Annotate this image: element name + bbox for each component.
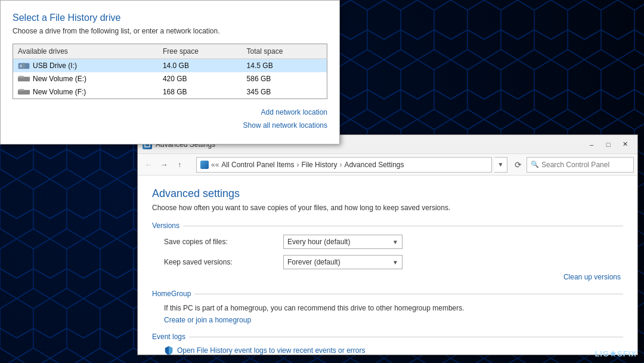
table-row[interactable]: USB Drive (I:)14.0 GB14.5 GB [13, 59, 327, 73]
drive-cell: USB Drive (I:) [13, 59, 158, 72]
keep-versions-label: Keep saved versions: [164, 258, 283, 266]
search-icon: 🔍 [531, 161, 539, 168]
close-button[interactable]: ✕ [617, 139, 633, 150]
event-logs-section-header: Event logs [152, 333, 623, 341]
svg-rect-5 [18, 90, 30, 94]
save-copies-arrow: ▼ [392, 239, 398, 245]
col-header-drives: Available drives [13, 44, 158, 59]
usb-drive-icon [18, 61, 30, 70]
nav-bar: ← → ↑ «« All Control Panel Items › File … [138, 154, 637, 176]
up-button[interactable]: ↑ [172, 158, 187, 172]
homegroup-link[interactable]: Create or join a homegroup [152, 316, 623, 324]
settings-subtitle: Choose how often you want to save copies… [152, 204, 623, 212]
network-links: Add network location Show all network lo… [13, 106, 327, 132]
breadcrumb-bar: «« All Control Panel Items › File Histor… [196, 157, 492, 173]
breadcrumb-sep-2: › [339, 161, 342, 169]
svg-rect-3 [18, 77, 30, 81]
watermark: LIG★SFIX [595, 349, 637, 358]
svg-rect-1 [20, 64, 22, 67]
keep-versions-arrow: ▼ [392, 259, 398, 266]
drive-name: New Volume (E:) [33, 75, 86, 83]
homegroup-section-header: HomeGroup [152, 290, 623, 298]
show-all-link[interactable]: Show all network locations [13, 119, 327, 133]
breadcrumb-icon [200, 161, 209, 169]
save-copies-label: Save copies of files: [164, 238, 283, 246]
free-space-cell: 420 GB [158, 72, 242, 85]
back-button[interactable]: ← [141, 158, 156, 172]
total-space-cell: 14.5 GB [242, 59, 327, 73]
svg-rect-6 [18, 89, 24, 91]
cleanup-link[interactable]: Clean up versions [564, 273, 621, 281]
free-space-cell: 14.0 GB [158, 59, 242, 73]
keep-versions-dropdown[interactable]: Forever (default) ▼ [283, 255, 402, 269]
add-network-link[interactable]: Add network location [13, 106, 327, 119]
svg-rect-4 [18, 76, 24, 78]
drive-name: USB Drive (I:) [33, 61, 77, 70]
free-space-cell: 168 GB [158, 85, 242, 99]
window-controls: – □ ✕ [584, 139, 633, 150]
event-logs-line [189, 337, 623, 337]
homegroup-text: If this PC is part of a homegroup, you c… [152, 303, 623, 313]
save-copies-value: Every hour (default) [287, 238, 350, 246]
forward-button[interactable]: → [157, 158, 171, 172]
table-row[interactable]: New Volume (E:)420 GB586 GB [13, 72, 327, 85]
search-input[interactable] [541, 161, 630, 169]
watermark-text: LIG★SFIX [595, 349, 637, 358]
versions-section-header: Versions [152, 222, 623, 230]
advanced-settings-window: Advanced Settings – □ ✕ ← → ↑ «« All Con… [137, 134, 638, 355]
total-space-cell: 345 GB [242, 85, 327, 99]
maximize-button[interactable]: □ [600, 139, 616, 150]
event-logs-label: Event logs [152, 333, 185, 341]
breadcrumb-current: Advanced Settings [344, 161, 404, 169]
drives-table: Available drives Free space Total space … [13, 44, 327, 99]
breadcrumb-control-panel[interactable]: All Control Panel Items [221, 161, 294, 169]
col-header-total: Total space [242, 44, 327, 59]
svg-rect-2 [23, 63, 24, 69]
breadcrumb-dropdown[interactable]: ▼ [494, 157, 507, 173]
refresh-button[interactable]: ⟳ [511, 158, 525, 172]
breadcrumb-file-history[interactable]: File History [301, 161, 337, 169]
window-content: Advanced settings Choose how often you w… [138, 176, 637, 355]
breadcrumb-sep-1: › [296, 161, 299, 169]
save-copies-dropdown[interactable]: Every hour (default) ▼ [283, 235, 402, 249]
settings-title: Advanced settings [152, 187, 623, 200]
event-logs-link[interactable]: Open File History event logs to view rec… [177, 346, 365, 355]
drive-cell: New Volume (F:) [13, 85, 158, 99]
cleanup-row: Clean up versions [152, 273, 623, 281]
versions-label: Versions [152, 222, 179, 230]
drive-cell: New Volume (E:) [13, 72, 158, 85]
col-header-free: Free space [158, 44, 242, 59]
keep-versions-value: Forever (default) [287, 258, 340, 266]
total-space-cell: 586 GB [242, 72, 327, 85]
save-copies-row: Save copies of files: Every hour (defaul… [152, 235, 623, 249]
dialog-subtitle: Choose a drive from the following list, … [13, 27, 327, 35]
dialog-title: Select a File History drive [13, 13, 327, 23]
volume-icon [18, 75, 30, 83]
shield-icon [164, 346, 174, 355]
versions-line [183, 226, 623, 226]
volume-icon [18, 88, 30, 96]
file-history-dialog: Select a File History drive Choose a dri… [0, 0, 340, 144]
homegroup-label: HomeGroup [152, 290, 191, 298]
minimize-button[interactable]: – [584, 139, 599, 150]
search-box: 🔍 [527, 157, 634, 173]
homegroup-line [194, 294, 623, 294]
drive-name: New Volume (F:) [33, 88, 86, 96]
keep-versions-row: Keep saved versions: Forever (default) ▼ [152, 255, 623, 269]
table-row[interactable]: New Volume (F:)168 GB345 GB [13, 85, 327, 99]
event-link-row: Open File History event logs to view rec… [152, 346, 623, 355]
